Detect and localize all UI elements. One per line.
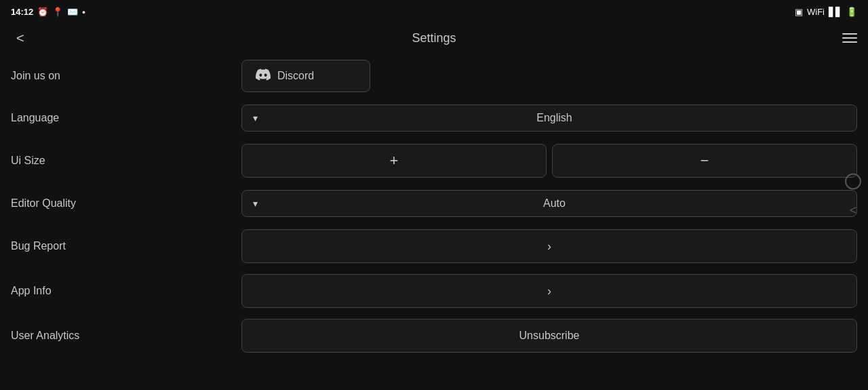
menu-button[interactable] bbox=[842, 33, 857, 43]
label-join-us-on: Join us on bbox=[11, 70, 241, 82]
alarm-icon: ⏰ bbox=[37, 7, 48, 17]
back-icon: < bbox=[16, 31, 24, 45]
control-bug-report: › bbox=[241, 229, 857, 263]
status-bar-left: 14:12 ⏰ 📍 ✉️ • bbox=[11, 7, 85, 17]
side-circle-indicator bbox=[845, 173, 861, 189]
control-app-info: › bbox=[241, 274, 857, 308]
row-app-info: App Info › bbox=[11, 269, 857, 313]
dot-indicator: • bbox=[82, 7, 85, 17]
back-button[interactable]: < bbox=[11, 28, 30, 49]
chevron-down-icon: ▾ bbox=[253, 113, 258, 123]
editor-quality-dropdown[interactable]: ▾ Auto bbox=[241, 190, 857, 217]
language-value: English bbox=[263, 112, 846, 124]
chevron-right-icon: › bbox=[547, 239, 551, 254]
language-dropdown[interactable]: ▾ English bbox=[241, 104, 857, 132]
control-user-analytics: Unsubscribe bbox=[241, 319, 857, 353]
row-editor-quality: Editor Quality ▾ Auto bbox=[11, 183, 857, 224]
chevron-down-icon: ▾ bbox=[253, 198, 258, 209]
side-nav: < bbox=[845, 173, 861, 217]
email-icon: ✉️ bbox=[67, 7, 78, 17]
menu-icon bbox=[842, 33, 857, 35]
menu-icon bbox=[842, 37, 857, 39]
control-editor-quality: ▾ Auto bbox=[241, 190, 857, 217]
signal-icon: ▋▋ bbox=[829, 7, 842, 17]
row-join-us-on: Join us on Discord bbox=[11, 54, 857, 98]
ui-size-decrease-button[interactable]: − bbox=[552, 144, 857, 178]
side-chevron-left-icon[interactable]: < bbox=[850, 203, 857, 217]
discord-label: Discord bbox=[277, 70, 314, 82]
status-bar: 14:12 ⏰ 📍 ✉️ • ▣ WiFi ▋▋ 🔋 bbox=[0, 0, 868, 22]
ui-size-increase-button[interactable]: + bbox=[241, 144, 547, 178]
editor-quality-value: Auto bbox=[263, 197, 846, 210]
label-language: Language bbox=[11, 112, 241, 124]
settings-content: Join us on Discord Language ▾ English Ui… bbox=[0, 54, 868, 358]
settings-header: < Settings bbox=[0, 22, 868, 54]
menu-icon bbox=[842, 41, 857, 43]
location-icon: 📍 bbox=[52, 7, 63, 17]
time: 14:12 bbox=[11, 7, 33, 17]
bug-report-button[interactable]: › bbox=[241, 229, 857, 263]
row-bug-report: Bug Report › bbox=[11, 224, 857, 269]
status-bar-right: ▣ WiFi ▋▋ 🔋 bbox=[795, 7, 857, 17]
chevron-right-icon: › bbox=[547, 284, 551, 298]
minus-icon: − bbox=[701, 152, 709, 170]
label-app-info: App Info bbox=[11, 285, 241, 297]
wifi-icon: WiFi bbox=[807, 7, 825, 17]
discord-icon bbox=[256, 67, 271, 85]
app-info-button[interactable]: › bbox=[241, 274, 857, 308]
label-editor-quality: Editor Quality bbox=[11, 197, 241, 210]
control-join-us-on: Discord bbox=[241, 60, 857, 92]
unsubscribe-label: Unsubscribe bbox=[519, 330, 580, 342]
vibrate-icon: ▣ bbox=[795, 7, 803, 17]
page-title: Settings bbox=[412, 31, 456, 45]
control-ui-size: + − bbox=[241, 144, 857, 178]
row-user-analytics: User Analytics Unsubscribe bbox=[11, 313, 857, 358]
label-user-analytics: User Analytics bbox=[11, 330, 241, 342]
plus-icon: + bbox=[390, 152, 399, 170]
battery-icon: 🔋 bbox=[846, 7, 857, 17]
label-bug-report: Bug Report bbox=[11, 240, 241, 252]
row-ui-size: Ui Size + − bbox=[11, 138, 857, 183]
control-language: ▾ English bbox=[241, 104, 857, 132]
ui-size-stepper: + − bbox=[241, 144, 857, 178]
row-language: Language ▾ English bbox=[11, 98, 857, 138]
unsubscribe-button[interactable]: Unsubscribe bbox=[241, 319, 857, 353]
label-ui-size: Ui Size bbox=[11, 155, 241, 167]
discord-button[interactable]: Discord bbox=[241, 60, 370, 92]
